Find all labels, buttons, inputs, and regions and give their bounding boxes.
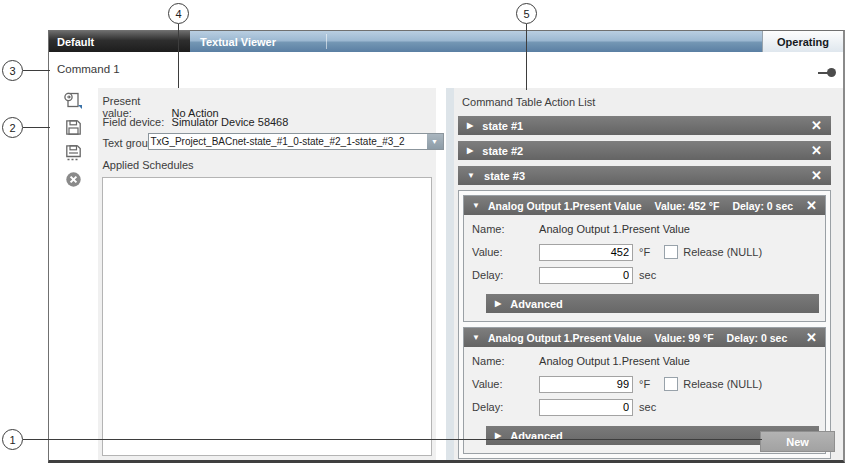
chevron-down-icon[interactable]: ▼ (472, 201, 480, 210)
chevron-down-icon[interactable]: ▼ (467, 172, 475, 180)
action-header-delay: Delay: 0 sec (732, 200, 793, 212)
operating-mode-label: Operating (777, 36, 829, 48)
callout-4-line (178, 24, 180, 88)
action-list-title: Command Table Action List (462, 96, 831, 108)
action-value-row: Value: °F Release (NULL) (472, 243, 817, 261)
state-label: state #3 (484, 170, 525, 182)
application-window: Default Textual Viewer Operating Command… (48, 30, 845, 463)
action-header[interactable]: ▼ Analog Output 1.Present Value Value: 9… (464, 328, 825, 347)
panel-splitter[interactable] (446, 88, 455, 460)
action-header-name: Analog Output 1.Present Value (488, 200, 641, 212)
save-as-icon[interactable] (62, 143, 84, 163)
release-null-label: Release (NULL) (683, 246, 762, 258)
action-list-panel: Command Table Action List ▶ state #1 ✕ ▶… (454, 88, 843, 460)
action-value-row: Value: °F Release (NULL) (472, 375, 817, 393)
close-icon[interactable]: ✕ (811, 144, 822, 157)
tab-default-label: Default (57, 36, 94, 48)
field-device-row: Field device: Simulator Device 58468 (103, 116, 289, 130)
delay-input[interactable] (539, 267, 633, 284)
present-value-row: Present value: No Action (103, 95, 219, 109)
text-group-select[interactable]: TxG_Project_BACnet-state_#1_0-state_#2_1… (148, 133, 444, 150)
close-icon[interactable]: ✕ (811, 119, 822, 132)
action-header-value: Value: 99 °F (654, 332, 713, 344)
close-icon[interactable]: ✕ (811, 169, 822, 182)
action-delay-row: Delay: sec (472, 266, 817, 284)
delay-unit: sec (639, 269, 656, 281)
title-bar: Default Textual Viewer Operating (49, 31, 843, 52)
delay-unit: sec (639, 401, 656, 413)
advanced-label: Advanced (510, 298, 563, 310)
callout-1-line (23, 439, 762, 441)
value-input[interactable] (539, 244, 633, 261)
action-block: ▼ Analog Output 1.Present Value Value: 4… (463, 195, 826, 322)
value-label: Value: (472, 246, 539, 258)
delay-input[interactable] (539, 399, 633, 416)
state-row[interactable]: ▼ state #3 ✕ (458, 166, 831, 185)
action-header-value: Value: 452 °F (654, 200, 719, 212)
action-header-delay: Delay: 0 sec (727, 332, 788, 344)
applied-schedules-list[interactable] (102, 177, 433, 456)
action-delay-row: Delay: sec (472, 398, 817, 416)
close-icon[interactable]: ✕ (806, 331, 817, 344)
tab-strip: Textual Viewer (190, 31, 762, 52)
delay-label: Delay: (472, 269, 539, 281)
callout-1: 1 (2, 429, 23, 450)
callout-3: 3 (2, 60, 23, 81)
chevron-down-icon[interactable]: ▼ (427, 134, 443, 149)
tab-textual-viewer[interactable]: Textual Viewer (190, 36, 276, 48)
new-button[interactable]: New (760, 431, 835, 452)
callout-2-line (23, 127, 50, 129)
action-name-row: Name: Analog Output 1.Present Value (472, 352, 817, 370)
release-null-checkbox[interactable] (664, 245, 678, 259)
name-label: Name: (472, 355, 539, 367)
state3-action-group: ▼ Analog Output 1.Present Value Value: 4… (458, 190, 831, 459)
advanced-expander[interactable]: ▶ Advanced (486, 294, 819, 313)
state-label: state #2 (482, 145, 523, 157)
field-device-label: Field device: (103, 116, 169, 128)
titlebar-separator (326, 34, 327, 49)
window-body: Present value: No Action Field device: S… (49, 88, 843, 460)
name-value: Analog Output 1.Present Value (539, 355, 690, 367)
state-label: state #1 (482, 120, 523, 132)
close-icon[interactable]: ✕ (806, 199, 817, 212)
name-label: Name: (472, 223, 539, 235)
callout-5-line (526, 24, 528, 90)
command-detail-panel: Present value: No Action Field device: S… (98, 88, 437, 460)
pin-icon[interactable] (818, 68, 836, 77)
name-value: Analog Output 1.Present Value (539, 223, 690, 235)
callout-5: 5 (516, 3, 537, 24)
cancel-icon[interactable] (62, 169, 84, 189)
callout-4: 4 (168, 3, 189, 24)
operating-mode-badge[interactable]: Operating (762, 31, 843, 52)
value-input[interactable] (539, 376, 633, 393)
state-row[interactable]: ▶ state #2 ✕ (458, 141, 831, 160)
command-header-row: Command 1 (49, 52, 843, 88)
state-row[interactable]: ▶ state #1 ✕ (458, 116, 831, 135)
chevron-right-icon[interactable]: ▶ (467, 122, 473, 130)
delay-label: Delay: (472, 401, 539, 413)
release-null-label: Release (NULL) (683, 378, 762, 390)
callout-3-line (23, 70, 50, 72)
screenshot-stage: Default Textual Viewer Operating Command… (0, 0, 850, 468)
value-label: Value: (472, 378, 539, 390)
value-unit: °F (639, 246, 650, 258)
action-header[interactable]: ▼ Analog Output 1.Present Value Value: 4… (464, 196, 825, 215)
chevron-right-icon[interactable]: ▶ (495, 299, 501, 308)
command-title: Command 1 (57, 63, 120, 75)
chevron-right-icon[interactable]: ▶ (467, 147, 473, 155)
execute-command-icon[interactable] (62, 91, 84, 111)
action-header-name: Analog Output 1.Present Value (488, 332, 641, 344)
callout-2: 2 (2, 117, 23, 138)
applied-schedules-label: Applied Schedules (103, 159, 194, 171)
new-button-label: New (786, 436, 809, 448)
action-name-row: Name: Analog Output 1.Present Value (472, 220, 817, 238)
field-device-text: Simulator Device 58468 (172, 116, 289, 128)
toolbar-column (49, 88, 98, 460)
text-group-selected-value: TxG_Project_BACnet-state_#1_0-state_#2_1… (149, 136, 427, 147)
tab-default[interactable]: Default (49, 31, 190, 52)
save-icon[interactable] (62, 117, 84, 137)
chevron-down-icon[interactable]: ▼ (472, 333, 480, 342)
release-null-checkbox[interactable] (664, 377, 678, 391)
value-unit: °F (639, 378, 650, 390)
